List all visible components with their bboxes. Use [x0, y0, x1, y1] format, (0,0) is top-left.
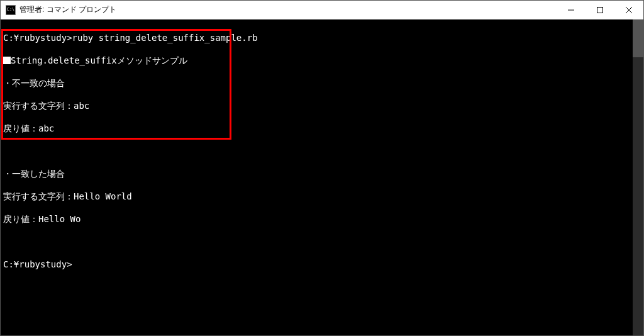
terminal-line: C:¥rubystudy>: [3, 259, 641, 270]
maximize-icon: [597, 7, 603, 13]
minimize-button[interactable]: [557, 1, 586, 19]
square-glyph-icon: [3, 57, 11, 64]
svg-rect-1: [597, 7, 603, 13]
window-controls: [557, 1, 643, 19]
cmd-icon-glyph: C:\: [7, 8, 15, 12]
close-button[interactable]: [614, 1, 643, 19]
window-title: 管理者: コマンド プロンプト: [19, 4, 557, 15]
prompt-path: C:¥rubystudy>: [3, 259, 72, 269]
terminal-line: 戻り値：Hello Wo: [3, 213, 641, 225]
scrollbar-thumb[interactable]: [633, 20, 643, 57]
terminal-line: ・不一致の場合: [3, 77, 641, 89]
terminal-content: C:¥rubystudy>ruby string_delete_suffix_s…: [1, 20, 643, 294]
titlebar[interactable]: C:\ 管理者: コマンド プロンプト: [1, 1, 643, 20]
close-icon: [626, 7, 632, 13]
vertical-scrollbar[interactable]: [633, 20, 643, 335]
prompt-path: C:¥rubystudy>: [3, 33, 72, 43]
command-prompt-window: C:\ 管理者: コマンド プロンプト C:¥rubystudy>ruby st…: [0, 0, 644, 336]
terminal-line: [3, 236, 641, 247]
terminal-line: ・一致した場合: [3, 168, 641, 179]
terminal-area[interactable]: C:¥rubystudy>ruby string_delete_suffix_s…: [1, 20, 643, 335]
terminal-line: 戻り値：abc: [3, 123, 641, 134]
terminal-line: C:¥rubystudy>ruby string_delete_suffix_s…: [3, 32, 641, 43]
terminal-line: 実行する文字列：abc: [3, 100, 641, 111]
cmd-icon: C:\: [6, 5, 16, 15]
terminal-line: String.delete_suffixメソッドサンプル: [3, 55, 641, 66]
command-text: ruby string_delete_suffix_sample.rb: [72, 33, 258, 43]
minimize-icon: [568, 7, 574, 13]
maximize-button[interactable]: [586, 1, 614, 19]
terminal-line: [3, 145, 641, 157]
terminal-line: 実行する文字列：Hello World: [3, 191, 641, 202]
output-header: String.delete_suffixメソッドサンプル: [11, 55, 187, 65]
